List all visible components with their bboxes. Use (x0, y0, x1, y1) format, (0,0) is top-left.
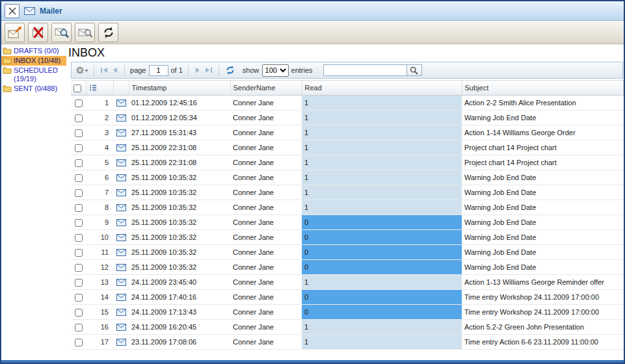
sender-cell: Conner Jane (230, 200, 302, 215)
search-mail-button[interactable] (51, 23, 72, 42)
main-toolbar (1, 21, 624, 44)
row-checkbox[interactable] (75, 324, 83, 332)
row-checkbox[interactable] (75, 294, 83, 302)
row-number-cell: 12 (86, 260, 113, 275)
mail-row[interactable]: 9 25.11.2009 10:35:32 Conner Jane 0 Warn… (71, 215, 624, 230)
mail-row[interactable]: 7 25.11.2009 10:35:32 Conner Jane 1 Warn… (71, 185, 624, 200)
row-mail-icon-cell (113, 110, 129, 125)
sender-cell: Conner Jane (230, 260, 302, 275)
column-header-timestamp[interactable]: Timestamp (129, 81, 230, 96)
mail-row[interactable]: 14 24.11.2009 17:40:16 Conner Jane 0 Tim… (71, 290, 624, 305)
column-header-subject[interactable]: Subject (462, 81, 624, 96)
envelope-icon (116, 99, 126, 107)
select-all-header[interactable] (71, 81, 86, 96)
row-checkbox[interactable] (75, 144, 83, 152)
row-number-header[interactable] (86, 81, 113, 96)
sender-cell: Conner Jane (230, 170, 302, 185)
grid-search-input[interactable] (323, 64, 406, 76)
row-checkbox[interactable] (75, 219, 83, 227)
row-checkbox[interactable] (75, 279, 83, 287)
row-checkbox[interactable] (75, 114, 83, 122)
prev-page-button[interactable] (111, 66, 119, 74)
mail-row[interactable]: 10 25.11.2009 10:35:32 Conner Jane 0 War… (71, 230, 624, 245)
reload-grid-button[interactable] (224, 64, 236, 76)
page-number-input[interactable] (149, 65, 168, 76)
mail-row[interactable]: 12 25.11.2009 10:35:32 Conner Jane 0 War… (71, 260, 624, 275)
read-cell: 1 (302, 96, 462, 110)
read-cell: 1 (302, 200, 462, 215)
timestamp-cell: 24.11.2009 17:40:16 (129, 290, 230, 305)
row-select-cell (71, 170, 86, 185)
next-page-button[interactable] (194, 66, 202, 74)
row-checkbox[interactable] (75, 129, 83, 137)
refresh-mail-button[interactable] (98, 23, 118, 42)
row-checkbox[interactable] (75, 99, 83, 107)
row-checkbox[interactable] (75, 249, 83, 257)
row-checkbox[interactable] (75, 339, 83, 346)
mail-row[interactable]: 1 01.12.2009 12:45:16 Conner Jane 1 Acti… (71, 96, 624, 110)
envelope-icon (116, 174, 126, 181)
mail-row[interactable]: 8 25.11.2009 10:35:32 Conner Jane 1 Warn… (71, 200, 624, 215)
bottom-border-strip (1, 360, 624, 363)
row-mail-icon-cell (113, 185, 129, 200)
mail-row[interactable]: 11 25.11.2009 10:35:32 Conner Jane 0 War… (71, 245, 624, 260)
compose-mail-button[interactable] (5, 23, 25, 42)
grid-search-button[interactable] (406, 64, 422, 76)
mail-lookup-button[interactable] (75, 23, 95, 42)
sidebar-item-drafts[interactable]: DRAFTS (0/0) (1, 46, 66, 56)
show-label: show (243, 66, 259, 74)
mail-row[interactable]: 15 24.11.2009 17:13:43 Conner Jane 0 Tim… (71, 305, 624, 320)
folder-label: DRAFTS (0/0) (14, 47, 59, 55)
mail-row[interactable]: 3 27.11.2009 15:31:43 Conner Jane 1 Acti… (71, 125, 624, 140)
row-number-cell: 15 (86, 305, 113, 320)
last-page-button[interactable] (204, 66, 213, 74)
row-mail-icon-cell (113, 215, 129, 230)
envelope-icon (116, 248, 126, 256)
row-checkbox[interactable] (75, 159, 83, 167)
mail-row[interactable]: 5 25.11.2009 22:31:08 Conner Jane 1 Proj… (71, 155, 624, 170)
app-body: DRAFTS (0/0) INBOX (10/48) SCHEDULED (19… (1, 44, 624, 360)
timestamp-cell: 25.11.2009 22:31:08 (129, 140, 230, 155)
row-number-cell: 7 (86, 185, 113, 200)
select-all-checkbox[interactable] (73, 84, 81, 92)
gear-icon (75, 66, 85, 75)
subject-cell: Time entry Action 6-6 23.11.2009 11:00:0… (462, 335, 624, 350)
row-select-cell (71, 305, 86, 320)
mail-row[interactable]: 13 24.11.2009 23:45:40 Conner Jane 1 Act… (71, 275, 624, 290)
sidebar-item-scheduled[interactable]: SCHEDULED (19/19) (1, 66, 66, 84)
column-header-read[interactable]: Read (302, 81, 462, 96)
row-select-cell (71, 96, 86, 110)
search-icon (410, 66, 418, 75)
row-checkbox[interactable] (75, 234, 83, 242)
row-checkbox[interactable] (75, 309, 83, 317)
sender-cell: Conner Jane (230, 185, 302, 200)
pager-separator (94, 65, 94, 76)
row-checkbox[interactable] (75, 264, 83, 272)
row-checkbox[interactable] (75, 204, 83, 212)
reload-icon (225, 65, 235, 75)
sender-cell: Conner Jane (230, 140, 302, 155)
row-checkbox[interactable] (75, 189, 83, 197)
grid-settings-button[interactable]: ▾ (75, 65, 88, 75)
delete-mail-button[interactable] (28, 23, 48, 42)
column-header-sendername[interactable]: SenderName (230, 81, 302, 96)
row-checkbox[interactable] (75, 174, 83, 182)
mail-row[interactable]: 17 23.11.2009 17:08:06 Conner Jane 1 Tim… (71, 335, 624, 350)
row-select-cell (71, 275, 86, 290)
sidebar-item-inbox[interactable]: INBOX (10/48) (1, 56, 66, 66)
delete-mail-icon (31, 26, 46, 39)
close-button[interactable] (5, 4, 20, 18)
first-page-button[interactable] (100, 66, 109, 74)
mail-row[interactable]: 6 25.11.2009 10:35:32 Conner Jane 1 Warn… (71, 170, 624, 185)
mail-row[interactable]: 2 01.12.2009 12:05:34 Conner Jane 1 Warn… (71, 110, 624, 125)
read-cell: 1 (302, 320, 462, 335)
mail-row[interactable]: 4 25.11.2009 22:31:08 Conner Jane 1 Proj… (71, 140, 624, 155)
envelope-icon (116, 293, 126, 301)
row-mail-icon-cell (113, 230, 129, 245)
sidebar-item-sent[interactable]: SENT (0/488) (1, 84, 66, 94)
subject-cell: Warning Job End Date (462, 200, 624, 215)
page-size-select[interactable]: 100 (262, 64, 289, 77)
entries-label: entries (291, 66, 313, 74)
mail-row[interactable]: 16 24.11.2009 16:20:45 Conner Jane 1 Act… (71, 320, 624, 335)
folder-icon (3, 84, 12, 92)
